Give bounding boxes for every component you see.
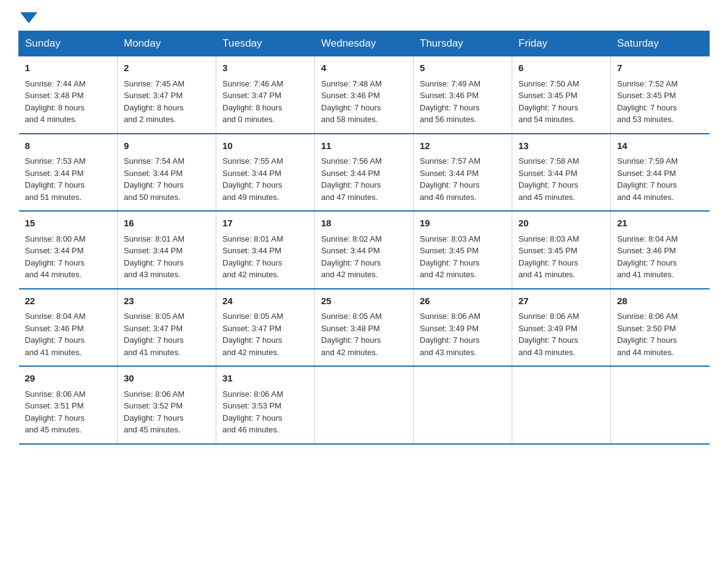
calendar-week-5: 29 Sunrise: 8:06 AMSunset: 3:51 PMDaylig… bbox=[19, 366, 710, 444]
calendar-cell bbox=[611, 366, 710, 444]
day-info: Sunrise: 8:04 AMSunset: 3:46 PMDaylight:… bbox=[25, 310, 112, 358]
day-info: Sunrise: 8:02 AMSunset: 3:44 PMDaylight:… bbox=[321, 233, 407, 281]
day-number: 1 bbox=[25, 61, 112, 75]
day-number: 30 bbox=[124, 372, 210, 386]
calendar-cell: 26 Sunrise: 8:06 AMSunset: 3:49 PMDaylig… bbox=[414, 289, 512, 367]
calendar-cell: 3 Sunrise: 7:46 AMSunset: 3:47 PMDayligh… bbox=[216, 56, 315, 134]
day-info: Sunrise: 7:52 AMSunset: 3:45 PMDaylight:… bbox=[617, 78, 703, 126]
calendar-cell: 10 Sunrise: 7:55 AMSunset: 3:44 PMDaylig… bbox=[216, 134, 315, 212]
calendar-cell: 6 Sunrise: 7:50 AMSunset: 3:45 PMDayligh… bbox=[512, 56, 611, 134]
day-number: 13 bbox=[518, 139, 604, 153]
day-info: Sunrise: 7:54 AMSunset: 3:44 PMDaylight:… bbox=[124, 155, 210, 203]
calendar-cell: 16 Sunrise: 8:01 AMSunset: 3:44 PMDaylig… bbox=[118, 211, 216, 289]
calendar-cell: 2 Sunrise: 7:45 AMSunset: 3:47 PMDayligh… bbox=[118, 56, 216, 134]
calendar-cell bbox=[512, 366, 611, 444]
day-number: 11 bbox=[321, 139, 407, 153]
day-number: 3 bbox=[222, 61, 308, 75]
calendar-cell: 31 Sunrise: 8:06 AMSunset: 3:53 PMDaylig… bbox=[216, 366, 315, 444]
logo bbox=[18, 12, 37, 25]
day-number: 12 bbox=[420, 139, 506, 153]
day-number: 20 bbox=[518, 216, 604, 231]
day-info: Sunrise: 8:00 AMSunset: 3:44 PMDaylight:… bbox=[25, 233, 112, 281]
day-info: Sunrise: 8:03 AMSunset: 3:45 PMDaylight:… bbox=[518, 233, 604, 281]
day-info: Sunrise: 7:48 AMSunset: 3:46 PMDaylight:… bbox=[321, 78, 407, 126]
day-number: 8 bbox=[25, 139, 112, 153]
day-number: 26 bbox=[420, 294, 506, 308]
day-info: Sunrise: 8:03 AMSunset: 3:45 PMDaylight:… bbox=[420, 233, 506, 281]
day-number: 23 bbox=[124, 294, 210, 308]
day-info: Sunrise: 7:55 AMSunset: 3:44 PMDaylight:… bbox=[222, 155, 308, 203]
col-header-tuesday: Tuesday bbox=[216, 31, 315, 56]
day-info: Sunrise: 7:58 AMSunset: 3:44 PMDaylight:… bbox=[518, 155, 604, 203]
day-number: 24 bbox=[222, 294, 308, 308]
calendar-cell: 13 Sunrise: 7:58 AMSunset: 3:44 PMDaylig… bbox=[512, 134, 611, 212]
day-number: 27 bbox=[518, 294, 604, 308]
calendar-cell: 19 Sunrise: 8:03 AMSunset: 3:45 PMDaylig… bbox=[414, 211, 512, 289]
calendar-cell: 1 Sunrise: 7:44 AMSunset: 3:48 PMDayligh… bbox=[19, 56, 118, 134]
calendar-week-2: 8 Sunrise: 7:53 AMSunset: 3:44 PMDayligh… bbox=[19, 134, 710, 212]
day-number: 14 bbox=[617, 139, 703, 153]
day-info: Sunrise: 7:45 AMSunset: 3:47 PMDaylight:… bbox=[124, 78, 210, 126]
day-info: Sunrise: 7:44 AMSunset: 3:48 PMDaylight:… bbox=[25, 78, 112, 126]
calendar-cell: 11 Sunrise: 7:56 AMSunset: 3:44 PMDaylig… bbox=[315, 134, 414, 212]
day-info: Sunrise: 8:05 AMSunset: 3:47 PMDaylight:… bbox=[222, 310, 308, 358]
col-header-saturday: Saturday bbox=[611, 31, 710, 56]
day-number: 31 bbox=[222, 372, 308, 386]
day-number: 15 bbox=[25, 216, 112, 231]
day-number: 25 bbox=[321, 294, 407, 308]
day-info: Sunrise: 8:01 AMSunset: 3:44 PMDaylight:… bbox=[124, 233, 210, 281]
col-header-thursday: Thursday bbox=[414, 31, 512, 56]
day-number: 4 bbox=[321, 61, 407, 75]
col-header-monday: Monday bbox=[118, 31, 216, 56]
calendar-cell: 4 Sunrise: 7:48 AMSunset: 3:46 PMDayligh… bbox=[315, 56, 414, 134]
logo-blue-text bbox=[18, 12, 37, 25]
day-info: Sunrise: 7:53 AMSunset: 3:44 PMDaylight:… bbox=[25, 155, 112, 203]
calendar-cell bbox=[414, 366, 512, 444]
day-info: Sunrise: 8:05 AMSunset: 3:48 PMDaylight:… bbox=[321, 310, 407, 358]
calendar-header-row: SundayMondayTuesdayWednesdayThursdayFrid… bbox=[19, 31, 710, 56]
calendar-cell: 5 Sunrise: 7:49 AMSunset: 3:46 PMDayligh… bbox=[414, 56, 512, 134]
calendar-cell: 27 Sunrise: 8:06 AMSunset: 3:49 PMDaylig… bbox=[512, 289, 611, 367]
day-info: Sunrise: 8:06 AMSunset: 3:49 PMDaylight:… bbox=[518, 310, 604, 358]
calendar-week-1: 1 Sunrise: 7:44 AMSunset: 3:48 PMDayligh… bbox=[19, 56, 710, 134]
day-info: Sunrise: 7:56 AMSunset: 3:44 PMDaylight:… bbox=[321, 155, 407, 203]
calendar-cell: 18 Sunrise: 8:02 AMSunset: 3:44 PMDaylig… bbox=[315, 211, 414, 289]
calendar-cell: 7 Sunrise: 7:52 AMSunset: 3:45 PMDayligh… bbox=[611, 56, 710, 134]
day-number: 19 bbox=[420, 216, 506, 231]
calendar-cell: 9 Sunrise: 7:54 AMSunset: 3:44 PMDayligh… bbox=[118, 134, 216, 212]
calendar-cell: 17 Sunrise: 8:01 AMSunset: 3:44 PMDaylig… bbox=[216, 211, 315, 289]
page-header bbox=[18, 12, 710, 25]
day-info: Sunrise: 8:06 AMSunset: 3:53 PMDaylight:… bbox=[222, 388, 308, 436]
calendar-cell: 30 Sunrise: 8:06 AMSunset: 3:52 PMDaylig… bbox=[118, 366, 216, 444]
day-number: 22 bbox=[25, 294, 112, 308]
day-number: 28 bbox=[617, 294, 703, 308]
day-number: 17 bbox=[222, 216, 308, 231]
day-info: Sunrise: 8:01 AMSunset: 3:44 PMDaylight:… bbox=[222, 233, 308, 281]
day-info: Sunrise: 8:05 AMSunset: 3:47 PMDaylight:… bbox=[124, 310, 210, 358]
day-number: 9 bbox=[124, 139, 210, 153]
col-header-wednesday: Wednesday bbox=[315, 31, 414, 56]
day-number: 5 bbox=[420, 61, 506, 75]
day-info: Sunrise: 8:06 AMSunset: 3:52 PMDaylight:… bbox=[124, 388, 210, 436]
day-number: 6 bbox=[518, 61, 604, 75]
calendar-cell: 23 Sunrise: 8:05 AMSunset: 3:47 PMDaylig… bbox=[118, 289, 216, 367]
calendar-cell: 25 Sunrise: 8:05 AMSunset: 3:48 PMDaylig… bbox=[315, 289, 414, 367]
day-info: Sunrise: 7:49 AMSunset: 3:46 PMDaylight:… bbox=[420, 78, 506, 126]
col-header-friday: Friday bbox=[512, 31, 611, 56]
calendar-cell: 28 Sunrise: 8:06 AMSunset: 3:50 PMDaylig… bbox=[611, 289, 710, 367]
calendar-cell: 12 Sunrise: 7:57 AMSunset: 3:44 PMDaylig… bbox=[414, 134, 512, 212]
calendar-cell: 22 Sunrise: 8:04 AMSunset: 3:46 PMDaylig… bbox=[19, 289, 118, 367]
col-header-sunday: Sunday bbox=[19, 31, 118, 56]
day-number: 18 bbox=[321, 216, 407, 231]
calendar-table: SundayMondayTuesdayWednesdayThursdayFrid… bbox=[18, 31, 710, 445]
calendar-week-3: 15 Sunrise: 8:00 AMSunset: 3:44 PMDaylig… bbox=[19, 211, 710, 289]
day-number: 2 bbox=[124, 61, 210, 75]
day-info: Sunrise: 8:06 AMSunset: 3:51 PMDaylight:… bbox=[25, 388, 112, 436]
day-number: 7 bbox=[617, 61, 703, 75]
calendar-cell: 21 Sunrise: 8:04 AMSunset: 3:46 PMDaylig… bbox=[611, 211, 710, 289]
day-number: 21 bbox=[617, 216, 703, 231]
day-number: 10 bbox=[222, 139, 308, 153]
calendar-cell: 24 Sunrise: 8:05 AMSunset: 3:47 PMDaylig… bbox=[216, 289, 315, 367]
calendar-cell: 8 Sunrise: 7:53 AMSunset: 3:44 PMDayligh… bbox=[19, 134, 118, 212]
day-info: Sunrise: 8:06 AMSunset: 3:50 PMDaylight:… bbox=[617, 310, 703, 358]
